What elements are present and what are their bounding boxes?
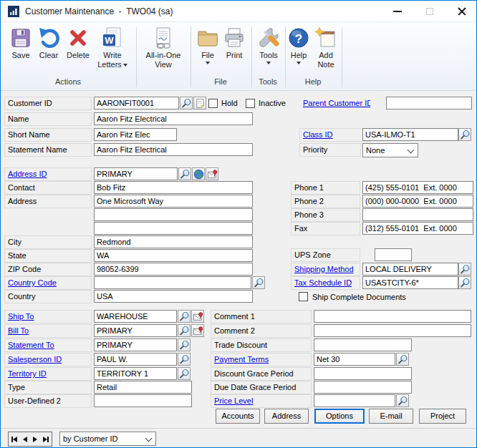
phone1-field[interactable]	[362, 181, 473, 194]
type-field[interactable]	[94, 381, 192, 394]
ship-to-address-button[interactable]	[191, 310, 204, 323]
territory-field[interactable]	[94, 367, 177, 380]
state-field[interactable]	[94, 249, 253, 262]
user-defined-2-field[interactable]	[94, 394, 192, 407]
due-date-grace-field[interactable]	[314, 381, 412, 394]
customer-id-field[interactable]	[94, 97, 179, 109]
next-record-button[interactable]	[33, 435, 37, 444]
priority-dropdown[interactable]: None	[362, 143, 418, 157]
ship-to-field[interactable]	[94, 310, 177, 323]
country-code-field[interactable]	[94, 276, 251, 289]
address-line2-field[interactable]	[94, 208, 253, 221]
fax-field[interactable]	[362, 222, 473, 235]
address-line1-field[interactable]	[94, 195, 253, 208]
comment1-field[interactable]	[314, 310, 471, 323]
address-id-lookup-button[interactable]	[178, 167, 191, 180]
comment2-field[interactable]	[314, 324, 471, 337]
salesperson-link[interactable]: Salesperson ID	[8, 355, 62, 364]
accounts-button[interactable]: Accounts	[216, 409, 260, 424]
close-button[interactable]	[445, 1, 477, 21]
tools-menu-button[interactable]: Tools	[253, 26, 284, 74]
address-label: Address	[4, 195, 92, 208]
add-note-button[interactable]: Add Note	[312, 26, 340, 74]
address-map-button[interactable]	[206, 167, 218, 180]
address-id-field[interactable]	[94, 167, 178, 180]
all-in-one-view-button[interactable]: All-in-One View	[138, 26, 188, 74]
save-button[interactable]: Save	[6, 26, 35, 74]
tax-schedule-field[interactable]	[362, 276, 458, 289]
territory-link[interactable]: Territory ID	[8, 369, 47, 378]
trade-discount-field[interactable]	[314, 339, 412, 351]
salesperson-field[interactable]	[94, 353, 177, 366]
customer-id-lookup-button[interactable]	[180, 97, 193, 109]
delete-button[interactable]: Delete	[62, 26, 94, 74]
statement-to-link[interactable]: Statement To	[8, 341, 54, 349]
country-code-link[interactable]: Country Code	[8, 278, 57, 287]
ship-complete-checkbox[interactable]	[299, 292, 308, 301]
class-id-field[interactable]	[362, 128, 458, 141]
statement-to-field[interactable]	[94, 339, 177, 351]
project-button[interactable]: Project	[419, 409, 466, 424]
bill-to-link[interactable]: Bill To	[8, 326, 29, 335]
last-record-button[interactable]	[43, 435, 49, 444]
magnifier-icon	[460, 130, 471, 140]
bill-to-lookup-button[interactable]	[178, 324, 191, 337]
ship-to-lookup-button[interactable]	[178, 310, 191, 323]
email-button[interactable]: E-mail	[369, 409, 413, 424]
options-button[interactable]: Options	[314, 409, 365, 424]
country-field[interactable]	[94, 290, 253, 303]
first-record-button[interactable]	[11, 435, 17, 444]
tax-schedule-lookup-button[interactable]	[458, 276, 471, 289]
help-menu-button[interactable]: Help	[286, 26, 311, 74]
statement-name-field[interactable]	[94, 143, 253, 156]
previous-record-button[interactable]	[23, 435, 27, 444]
parent-customer-id-link[interactable]: Parent Customer ID	[303, 99, 371, 107]
country-code-lookup-button[interactable]	[252, 276, 265, 289]
minimize-button[interactable]	[381, 1, 413, 21]
customer-note-button[interactable]	[193, 97, 206, 109]
statement-name-label: Statement Name	[4, 143, 92, 157]
sort-by-dropdown[interactable]: by Customer ID	[59, 432, 156, 446]
ups-zone-field[interactable]	[375, 248, 412, 261]
phone2-field[interactable]	[362, 195, 473, 208]
inactive-checkbox[interactable]	[246, 99, 255, 108]
ship-to-link[interactable]: Ship To	[8, 312, 34, 321]
payment-terms-field[interactable]	[314, 353, 395, 366]
file-menu-button[interactable]: File	[196, 26, 220, 74]
write-letters-button[interactable]: Write Letters	[92, 26, 132, 74]
contact-field[interactable]	[94, 181, 253, 194]
shipping-method-lookup-button[interactable]	[458, 263, 471, 276]
class-id-link[interactable]: Class ID	[303, 130, 333, 139]
hold-checkbox[interactable]	[208, 99, 218, 108]
name-field[interactable]	[94, 112, 253, 125]
statement-to-lookup-button[interactable]	[178, 339, 191, 351]
bill-to-field[interactable]	[94, 324, 177, 337]
bill-to-cell: Bill To	[4, 324, 92, 338]
address-line3-field[interactable]	[94, 222, 253, 235]
payment-terms-link[interactable]: Payment Terms	[214, 355, 269, 364]
magnifier-icon	[179, 340, 190, 351]
parent-customer-id-field[interactable]	[386, 97, 472, 109]
zip-code-field[interactable]	[94, 263, 253, 276]
address-id-link[interactable]: Address ID	[8, 170, 47, 178]
shipping-method-field[interactable]	[362, 263, 458, 276]
price-level-link[interactable]: Price Level	[214, 396, 253, 405]
shipping-method-link[interactable]: Shipping Method	[294, 265, 354, 273]
salesperson-lookup-button[interactable]	[178, 353, 191, 366]
print-button[interactable]: Print	[220, 26, 249, 74]
payment-terms-lookup-button[interactable]	[396, 353, 409, 366]
discount-grace-field[interactable]	[314, 367, 412, 380]
phone3-field[interactable]	[362, 208, 473, 221]
price-level-lookup-button[interactable]	[396, 394, 409, 407]
short-name-field[interactable]	[94, 128, 177, 141]
address-button[interactable]: Address	[264, 409, 309, 424]
bill-to-address-button[interactable]	[191, 324, 204, 337]
clear-button[interactable]: Clear	[35, 26, 62, 74]
internet-info-button[interactable]	[192, 167, 205, 180]
territory-lookup-button[interactable]	[178, 367, 191, 380]
class-id-lookup-button[interactable]	[458, 128, 471, 141]
tax-schedule-link[interactable]: Tax Schedule ID	[294, 278, 352, 287]
city-field[interactable]	[94, 235, 253, 248]
close-icon	[457, 6, 467, 16]
price-level-field[interactable]	[314, 394, 395, 407]
